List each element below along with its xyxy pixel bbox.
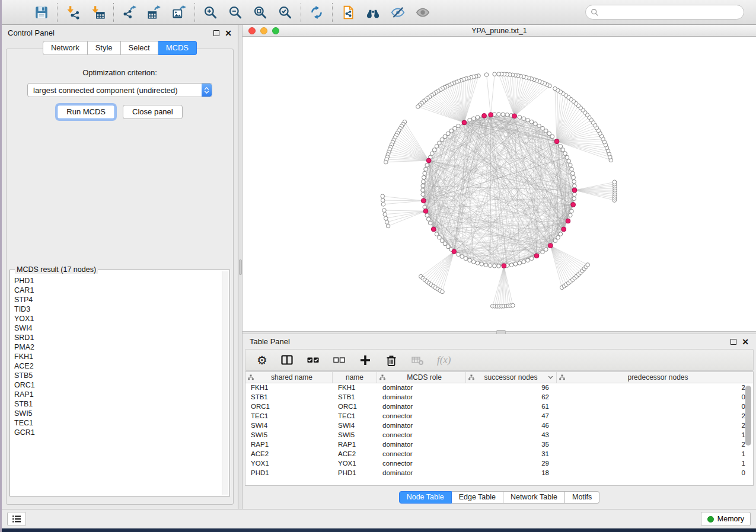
column-header-shared-name[interactable]: shared name	[245, 372, 333, 383]
table-cell[interactable]: SWI4	[333, 421, 377, 431]
export-network-button[interactable]	[117, 4, 142, 21]
table-cell[interactable]: 1	[557, 450, 753, 459]
apply-function-button[interactable]: f(x)	[430, 354, 458, 366]
tab-network[interactable]: Network	[43, 41, 88, 55]
table-cell[interactable]: RAP1	[333, 440, 377, 450]
network-graph[interactable]	[243, 37, 756, 331]
delete-column-button[interactable]	[378, 354, 404, 367]
tab-network-table[interactable]: Network Table	[503, 491, 565, 504]
table-cell[interactable]: 0	[557, 469, 753, 478]
table-cell[interactable]: PHD1	[245, 469, 333, 478]
deselect-all-button[interactable]	[326, 354, 352, 367]
close-panel-button[interactable]: Close panel	[123, 105, 183, 119]
task-history-button[interactable]	[7, 512, 26, 526]
table-cell[interactable]: YOX1	[333, 459, 377, 469]
table-cell[interactable]: 61	[466, 402, 557, 412]
table-cell[interactable]: 18	[466, 469, 557, 478]
network-window-titlebar[interactable]: YPA_prune.txt_1	[243, 25, 756, 37]
table-cell[interactable]: dominator	[377, 469, 466, 478]
mcds-result-item[interactable]: ORC1	[14, 380, 222, 390]
table-cell[interactable]: connector	[377, 412, 466, 421]
table-row[interactable]: ACE2ACE2connector311	[245, 450, 753, 459]
search-input[interactable]	[599, 8, 739, 17]
splitter-grip[interactable]	[239, 259, 242, 275]
result-list-scrollbar[interactable]	[222, 271, 228, 495]
export-table-button[interactable]	[142, 4, 167, 21]
table-cell[interactable]: 46	[466, 421, 557, 431]
graphics-details-button[interactable]	[385, 4, 410, 21]
table-row[interactable]: PHD1PHD1dominator180	[245, 469, 753, 478]
table-row[interactable]: TEC1TEC1connector472	[245, 412, 753, 421]
table-cell[interactable]: ORC1	[333, 402, 377, 412]
table-cell[interactable]: ORC1	[245, 402, 333, 412]
column-header-MCDS-role[interactable]: MCDS role	[377, 372, 466, 383]
scrollbar-thumb[interactable]	[745, 386, 751, 446]
table-cell[interactable]: SWI4	[245, 421, 333, 431]
mcds-result-item[interactable]: TEC1	[14, 418, 222, 428]
export-image-button[interactable]	[167, 4, 192, 21]
float-panel-icon[interactable]	[731, 339, 736, 345]
table-cell[interactable]: TEC1	[333, 412, 377, 421]
table-cell[interactable]: 96	[466, 383, 557, 393]
table-cell[interactable]: SWI5	[245, 431, 333, 440]
mcds-result-item[interactable]: YOX1	[14, 314, 222, 323]
table-cell[interactable]: PHD1	[333, 469, 377, 478]
table-cell[interactable]: RAP1	[245, 440, 333, 450]
table-cell[interactable]: dominator	[377, 402, 466, 412]
table-cell[interactable]: 2	[557, 383, 753, 393]
table-cell[interactable]: 35	[466, 440, 557, 450]
add-column-button[interactable]	[352, 354, 378, 367]
table-cell[interactable]: dominator	[377, 440, 466, 450]
table-cell[interactable]: dominator	[377, 383, 466, 393]
zoom-selected-button[interactable]	[273, 4, 298, 21]
apply-layout-button[interactable]	[304, 4, 329, 21]
float-panel-icon[interactable]	[213, 30, 219, 36]
mcds-result-item[interactable]: RAP1	[14, 390, 222, 399]
mcds-result-item[interactable]: FKH1	[14, 352, 222, 361]
tab-style[interactable]: Style	[88, 41, 121, 55]
table-cell[interactable]: 0	[557, 402, 753, 412]
table-scrollbar[interactable]	[745, 384, 752, 483]
import-network-button[interactable]	[60, 4, 85, 21]
table-row[interactable]: SWI5SWI5connector431	[245, 431, 753, 440]
table-cell[interactable]: 2	[557, 421, 753, 431]
mcds-result-item[interactable]: TID3	[14, 305, 222, 314]
table-cell[interactable]: 29	[466, 459, 557, 469]
tab-edge-table[interactable]: Edge Table	[452, 491, 503, 504]
column-header-successor-nodes[interactable]: successor nodes	[466, 372, 557, 383]
run-mcds-button[interactable]: Run MCDS	[57, 105, 115, 119]
table-cell[interactable]: 2	[557, 440, 753, 450]
mcds-result-item[interactable]: GCR1	[14, 428, 222, 437]
tab-motifs[interactable]: Motifs	[565, 491, 599, 504]
table-cell[interactable]: ACE2	[245, 450, 333, 459]
table-cell[interactable]: SWI5	[333, 431, 377, 440]
table-row[interactable]: ORC1ORC1dominator610	[245, 402, 753, 412]
mcds-result-item[interactable]: PMA2	[14, 342, 222, 352]
mcds-result-item[interactable]: STB5	[14, 371, 222, 380]
table-row[interactable]: YOX1YOX1connector291	[245, 459, 753, 469]
minimize-window-icon[interactable]	[260, 27, 267, 34]
table-cell[interactable]: TEC1	[245, 412, 333, 421]
table-cell[interactable]: 0	[557, 393, 753, 402]
mcds-result-item[interactable]: SWI5	[14, 409, 222, 418]
tab-node-table[interactable]: Node Table	[399, 491, 452, 504]
mcds-result-item[interactable]: SWI4	[14, 323, 222, 333]
table-cell[interactable]: 1	[557, 459, 753, 469]
table-settings-button[interactable]: ⚙	[250, 354, 274, 366]
zoom-fit-button[interactable]	[248, 4, 273, 21]
table-cell[interactable]: YOX1	[245, 459, 333, 469]
table-cell[interactable]: connector	[377, 431, 466, 440]
table-cell[interactable]: ACE2	[333, 450, 377, 459]
table-cell[interactable]: connector	[377, 459, 466, 469]
table-cell[interactable]: 47	[466, 412, 557, 421]
table-cell[interactable]: 2	[557, 412, 753, 421]
table-cell[interactable]: FKH1	[333, 383, 377, 393]
column-header-name[interactable]: name	[333, 372, 377, 383]
optimization-criterion-select[interactable]: largest connected component (undirected)	[27, 83, 212, 97]
mcds-result-item[interactable]: ACE2	[14, 361, 222, 371]
mcds-result-item[interactable]: STB1	[14, 399, 222, 409]
find-button[interactable]	[361, 4, 385, 21]
table-row[interactable]: STB1STB1dominator620	[245, 393, 753, 402]
table-cell[interactable]: 1	[557, 431, 753, 440]
tab-select[interactable]: Select	[121, 41, 158, 55]
